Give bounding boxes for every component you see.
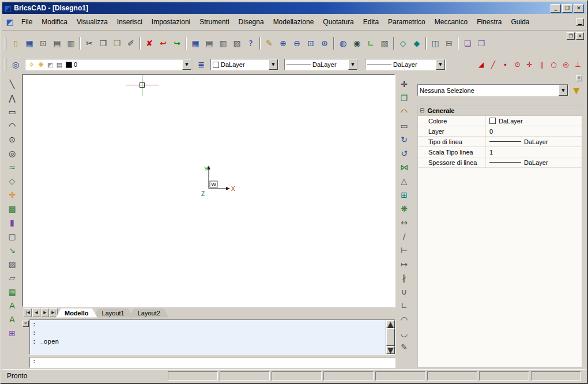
dropdown-arrow-icon[interactable]: ▼ bbox=[182, 59, 191, 70]
dropdown-arrow-icon[interactable]: ▼ bbox=[269, 59, 278, 70]
tab-modello[interactable]: Modello bbox=[56, 308, 97, 318]
explode-icon[interactable]: ✎ bbox=[397, 340, 411, 354]
layer-on-icon[interactable]: ☼ bbox=[27, 60, 36, 69]
property-row[interactable]: Scala Tipo linea1 bbox=[418, 147, 582, 157]
filter-icon[interactable]: ▼ bbox=[571, 85, 582, 96]
chamfer-icon[interactable]: ∟ bbox=[397, 299, 411, 313]
snap-point-icon[interactable]: ✛ bbox=[523, 58, 536, 71]
property-row[interactable]: Spessore di lineaDaLayer bbox=[418, 157, 582, 168]
command-panel-grip[interactable]: ✕ bbox=[22, 319, 29, 368]
selection-combo[interactable]: Nessuna Selezione ▼ bbox=[417, 84, 568, 96]
boundary-icon[interactable]: ▢ bbox=[5, 229, 19, 243]
property-row[interactable]: Tipo di lineaDaLayer bbox=[418, 137, 582, 147]
property-value[interactable]: DaLayer bbox=[486, 116, 582, 126]
copy-entities-icon[interactable]: ❐ bbox=[397, 91, 411, 105]
layer-explorer-icon[interactable]: ◎ bbox=[9, 58, 22, 71]
property-value[interactable]: DaLayer bbox=[486, 137, 582, 146]
menu-impostazioni[interactable]: Impostazioni bbox=[147, 16, 195, 28]
collapse-group-icon[interactable]: ⊟ bbox=[420, 108, 424, 114]
hatch-icon[interactable]: ▨ bbox=[5, 257, 19, 271]
cut-icon[interactable]: ✂ bbox=[82, 36, 96, 50]
viewports-horizontal-icon[interactable]: ⊟ bbox=[442, 36, 456, 50]
property-value[interactable]: 1 bbox=[486, 147, 582, 157]
zoom-extents-icon[interactable]: ⊛ bbox=[318, 36, 331, 50]
title-bar[interactable]: ◩ BricsCAD - [Disegno1] _ ❐ ✕ bbox=[2, 2, 586, 14]
mdi-close-button[interactable]: ✕ bbox=[576, 32, 584, 40]
region-icon[interactable]: ▩ bbox=[5, 202, 19, 216]
solid-icon[interactable]: ▮ bbox=[5, 216, 19, 229]
snap-tangent-icon[interactable]: ○ bbox=[548, 58, 560, 71]
look-from-icon[interactable]: ◇ bbox=[396, 36, 410, 50]
donut-icon[interactable]: ◎ bbox=[5, 146, 19, 160]
visibility-eye-icon[interactable]: ◉ bbox=[350, 36, 364, 50]
gradient-icon[interactable]: ▱ bbox=[5, 271, 19, 285]
tab-last-button[interactable]: ▶| bbox=[50, 308, 58, 317]
print-icon[interactable]: ▤ bbox=[50, 36, 64, 50]
close-console-icon[interactable]: ✕ bbox=[22, 321, 29, 327]
arc-edit-icon[interactable]: ◡ bbox=[397, 326, 411, 340]
mdi-minimize-button[interactable]: ▁ bbox=[576, 18, 584, 26]
stretch-icon[interactable]: ↔ bbox=[397, 216, 411, 229]
render-icon[interactable]: ◆ bbox=[410, 36, 424, 50]
toolbar-grip[interactable] bbox=[5, 58, 6, 71]
ucs-axes-icon[interactable]: ∟ bbox=[364, 36, 378, 50]
snap-perpendicular-icon[interactable]: ⊥ bbox=[572, 58, 584, 71]
drawing-explorer-icon[interactable]: ▦ bbox=[189, 36, 202, 50]
close-button[interactable]: ✕ bbox=[574, 4, 584, 13]
circle-icon[interactable]: ⊙ bbox=[5, 133, 19, 146]
layer-states-icon[interactable]: ≣ bbox=[194, 58, 208, 71]
undo-icon[interactable]: ↩ bbox=[156, 36, 170, 50]
linetype-combo[interactable]: DaLayer ▼ bbox=[284, 59, 358, 70]
zoom-in-icon[interactable]: ⊕ bbox=[276, 36, 290, 50]
array-icon[interactable]: ⊞ bbox=[397, 188, 411, 202]
group-icon[interactable]: ❏ bbox=[461, 36, 474, 50]
erase-icon[interactable]: ✘ bbox=[142, 36, 156, 50]
match-properties-icon[interactable]: ✐ bbox=[124, 36, 138, 50]
ungroup-icon[interactable]: ❐ bbox=[474, 36, 488, 50]
menu-guida[interactable]: Guida bbox=[506, 16, 534, 28]
break-icon[interactable]: ∦ bbox=[397, 271, 411, 285]
color-combo[interactable]: DaLayer ▼ bbox=[210, 59, 278, 70]
tab-prev-button[interactable]: ◀ bbox=[32, 308, 40, 317]
snap-endpoint-icon[interactable]: ╱ bbox=[487, 58, 499, 71]
mtext-icon[interactable]: A bbox=[5, 313, 19, 326]
property-group-header[interactable]: ⊟ Generale bbox=[418, 106, 582, 116]
text-icon[interactable]: A bbox=[5, 299, 19, 313]
scrollbar-thumb[interactable] bbox=[386, 328, 395, 346]
snap-marker-icon[interactable]: ◢ bbox=[475, 58, 487, 71]
menu-visualizza[interactable]: Visualizza bbox=[72, 16, 112, 28]
minimize-button[interactable]: _ bbox=[551, 4, 561, 13]
close-properties-icon[interactable]: ✕ bbox=[576, 75, 582, 81]
snap-center-icon[interactable]: ⊙ bbox=[511, 58, 523, 71]
menu-quotatura[interactable]: Quotatura bbox=[318, 16, 358, 28]
table-icon[interactable]: ▦ bbox=[5, 285, 19, 299]
menu-disegna[interactable]: Disegna bbox=[234, 16, 269, 28]
print-preview-icon[interactable]: ⊡ bbox=[36, 36, 50, 50]
mdi-restore-button[interactable]: ❐ bbox=[567, 32, 575, 40]
layer-thaw-icon[interactable]: ❋ bbox=[36, 60, 46, 69]
plot-icon[interactable]: ▥ bbox=[64, 36, 78, 50]
layer-combo[interactable]: ☼❋◩▤ 0 ▼ bbox=[25, 59, 192, 70]
drawing-canvas[interactable]: Y X Z W bbox=[22, 74, 395, 307]
redraw-icon[interactable]: ◍ bbox=[336, 36, 350, 50]
dropdown-arrow-icon[interactable]: ▼ bbox=[348, 59, 357, 70]
menu-inserisci[interactable]: Inserisci bbox=[112, 16, 147, 28]
scale-icon[interactable]: ▭ bbox=[397, 119, 411, 133]
property-row[interactable]: ColoreDaLayer bbox=[418, 116, 582, 126]
move-icon[interactable]: ✛ bbox=[397, 77, 411, 91]
save-icon[interactable]: ▦ bbox=[22, 36, 36, 50]
arc-icon[interactable]: ◠ bbox=[5, 119, 19, 133]
polar-array-icon[interactable]: ❋ bbox=[397, 202, 411, 216]
copy-icon[interactable]: ❐ bbox=[96, 36, 110, 50]
scroll-down-icon[interactable]: ▼ bbox=[386, 346, 395, 354]
attributes-icon[interactable]: ▥ bbox=[216, 36, 230, 50]
menu-edita[interactable]: Edita bbox=[359, 16, 383, 28]
point-icon[interactable]: ✛ bbox=[5, 188, 19, 202]
tab-layout1[interactable]: Layout1 bbox=[93, 308, 133, 318]
rectangle-icon[interactable]: ▭ bbox=[5, 105, 19, 119]
property-value[interactable]: DaLayer bbox=[486, 157, 582, 167]
redo-icon[interactable]: ↪ bbox=[170, 36, 184, 50]
spline-icon[interactable]: ≈ bbox=[5, 160, 19, 174]
rotate-icon[interactable]: ↻ bbox=[397, 133, 411, 146]
named-views-icon[interactable]: ▧ bbox=[378, 36, 391, 50]
